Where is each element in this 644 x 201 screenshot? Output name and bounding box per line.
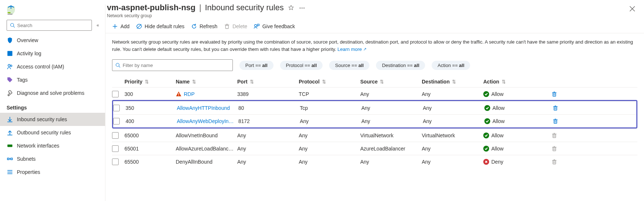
delete-row-icon[interactable] [552, 118, 558, 124]
sidebar-item-properties[interactable]: Properties [0, 165, 105, 179]
row-checkbox[interactable] [112, 91, 119, 97]
rule-row[interactable]: 350AllowAnyHTTPInbound80TcpAnyAnyAllow [113, 101, 636, 114]
svg-marker-16 [289, 5, 293, 10]
allow-icon [483, 146, 489, 152]
learn-more-link[interactable]: Learn more ↗ [338, 46, 366, 52]
resource-type-label: Network security group [107, 13, 629, 18]
svg-point-26 [116, 63, 119, 67]
column-destination[interactable]: Destination [422, 79, 483, 85]
delete-row-icon [551, 146, 557, 152]
sidebar-section-settings: Settings [0, 100, 105, 113]
row-checkbox[interactable] [112, 145, 119, 152]
svg-rect-9 [7, 145, 12, 147]
log-icon [7, 50, 13, 57]
favorite-star-icon[interactable] [287, 4, 295, 11]
svg-point-0 [11, 23, 14, 27]
svg-rect-10 [7, 158, 9, 160]
svg-rect-30 [553, 93, 556, 96]
column-source[interactable]: Source [360, 79, 422, 85]
row-checkbox[interactable] [113, 118, 120, 124]
page-header: vm-aspnet-publish-nsg | Inbound security… [105, 0, 644, 20]
row-checkbox[interactable] [112, 159, 119, 165]
grid-header-row: Priority Name Port Protocol Source Desti… [112, 74, 637, 87]
rule-row[interactable]: 300RDP3389TCPAnyAnyAllow [112, 87, 637, 100]
add-button[interactable]: Add [112, 23, 130, 29]
delete-row-icon [551, 159, 557, 165]
tag-icon [7, 77, 13, 83]
nic-icon [7, 142, 13, 149]
give-feedback-button[interactable]: Give feedback [254, 23, 295, 29]
arrow-out-icon [7, 129, 13, 136]
sidebar-item-access-control-iam-[interactable]: Access control (IAM) [0, 60, 105, 73]
filter-pill[interactable]: Action == all [432, 61, 470, 70]
svg-rect-11 [11, 158, 12, 160]
column-name[interactable]: Name [176, 79, 237, 85]
rule-row[interactable]: 65000AllowVnetInBoundAnyAnyVirtualNetwor… [112, 129, 637, 142]
svg-point-4 [10, 65, 12, 67]
sidebar-item-overview[interactable]: Overview [0, 34, 105, 47]
svg-rect-29 [178, 95, 179, 96]
column-port[interactable]: Port [237, 79, 299, 85]
svg-rect-22 [226, 25, 228, 29]
sidebar-item-diagnose-and-solve-problems[interactable]: Diagnose and solve problems [0, 86, 105, 100]
svg-rect-28 [178, 93, 179, 95]
subnet-icon [7, 156, 13, 162]
svg-point-25 [254, 25, 257, 27]
delete-row-icon[interactable] [552, 105, 558, 111]
rule-name-link[interactable]: AllowAnyWebDeployIn… [177, 118, 234, 124]
resource-name: vm-aspnet-publish-nsg [107, 3, 196, 12]
properties-icon [7, 169, 13, 175]
row-checkbox[interactable] [112, 132, 119, 139]
delete-button: Delete [224, 23, 247, 29]
svg-line-27 [119, 66, 120, 68]
rule-row[interactable]: 400AllowAnyWebDeployIn…8172AnyAnyAnyAllo… [113, 114, 636, 127]
filter-by-name-input[interactable] [112, 59, 233, 71]
filter-row: Port == allProtocol == allSource == allD… [105, 55, 644, 74]
allow-icon [484, 118, 490, 124]
filter-pill[interactable]: Port == all [239, 61, 273, 70]
page-title: Inbound security rules [205, 3, 284, 12]
column-action[interactable]: Action [483, 79, 543, 85]
external-link-icon: ↗ [363, 47, 366, 51]
svg-line-1 [14, 26, 15, 28]
sidebar-item-activity-log[interactable]: Activity log [0, 47, 105, 60]
allow-icon [483, 133, 489, 138]
column-protocol[interactable]: Protocol [299, 79, 360, 85]
sidebar-item-inbound-security-rules[interactable]: Inbound security rules [0, 113, 105, 126]
refresh-button[interactable]: Refresh [191, 23, 217, 29]
sidebar-item-tags[interactable]: Tags [0, 73, 105, 86]
filter-pill[interactable]: Source == all [329, 61, 369, 70]
rule-name-link[interactable]: AllowAnyHTTPInbound [177, 105, 230, 111]
sidebar-item-subnets[interactable]: Subnets [0, 152, 105, 165]
hide-default-rules-button[interactable]: Hide default rules [136, 23, 185, 29]
warning-icon [176, 91, 182, 97]
sidebar-search[interactable] [7, 20, 92, 31]
highlighted-rules-box: 350AllowAnyHTTPInbound80TcpAnyAnyAllow40… [112, 100, 637, 129]
svg-rect-50 [553, 148, 556, 151]
people-icon [7, 63, 13, 70]
svg-rect-45 [553, 134, 556, 138]
sidebar-item-outbound-security-rules[interactable]: Outbound security rules [0, 126, 105, 139]
sidebar-search-input[interactable] [17, 23, 89, 28]
deny-icon [483, 159, 489, 165]
row-checkbox[interactable] [113, 105, 120, 111]
rule-name-link[interactable]: RDP [184, 91, 195, 97]
command-toolbar: Add Hide default rules Refresh Delete Gi… [105, 20, 644, 33]
arrow-in-icon [7, 116, 13, 123]
sidebar: « OverviewActivity logAccess control (IA… [0, 0, 105, 201]
rule-row[interactable]: 65500DenyAllInBoundAnyAnyAnyAnyDeny [112, 155, 637, 168]
rule-row[interactable]: 65001AllowAzureLoadBalanc…AnyAnyAzureLoa… [112, 142, 637, 155]
delete-row-icon[interactable] [551, 91, 557, 97]
more-menu-icon[interactable]: ⋯ [298, 4, 306, 11]
svg-rect-57 [553, 161, 556, 164]
close-blade-button[interactable] [629, 5, 636, 12]
allow-icon [484, 105, 490, 111]
column-priority[interactable]: Priority [124, 79, 176, 85]
svg-rect-2 [7, 51, 12, 56]
shield-icon [7, 37, 13, 44]
filter-pill[interactable]: Destination == all [376, 61, 425, 70]
sidebar-collapse-button[interactable]: « [94, 23, 101, 28]
filter-pill[interactable]: Protocol == all [280, 61, 323, 70]
svg-rect-35 [554, 107, 557, 110]
sidebar-item-network-interfaces[interactable]: Network interfaces [0, 139, 105, 152]
